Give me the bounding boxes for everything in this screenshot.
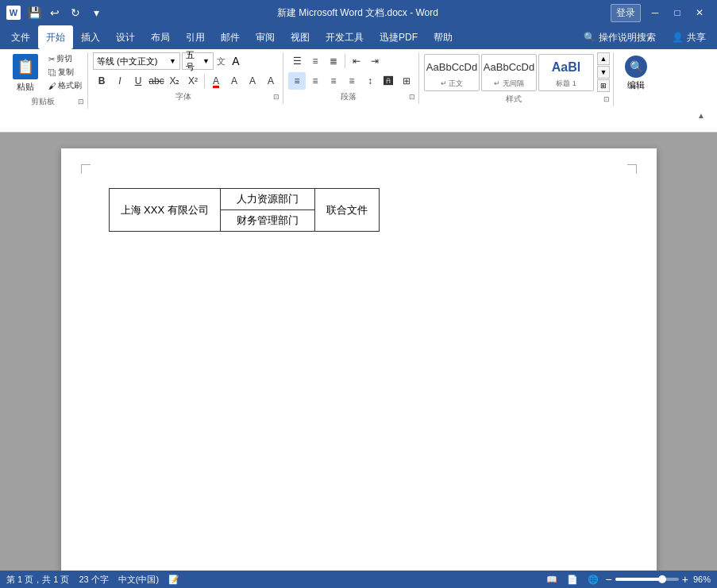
menu-view[interactable]: 视图 bbox=[283, 25, 318, 49]
bold-button[interactable]: B bbox=[93, 72, 110, 90]
close-button[interactable]: ✕ bbox=[688, 2, 711, 24]
editing-label: 编辑 bbox=[627, 79, 645, 91]
menu-search[interactable]: 🔍 操作说明搜索 bbox=[576, 25, 664, 49]
paste-button[interactable]: 📋 粘贴 bbox=[8, 52, 43, 94]
style-normal[interactable]: AaBbCcDd ↵ 正文 bbox=[424, 54, 480, 91]
menu-share[interactable]: 👤 共享 bbox=[664, 25, 714, 49]
menu-mail[interactable]: 邮件 bbox=[213, 25, 248, 49]
table-cell-finance[interactable]: 财务管理部门 bbox=[220, 210, 314, 232]
borders-button[interactable]: ⊞ bbox=[398, 72, 415, 90]
login-button[interactable]: 登录 bbox=[611, 4, 641, 22]
paragraph-expand-icon[interactable]: ⊡ bbox=[409, 93, 415, 101]
font-color-button[interactable]: A bbox=[244, 72, 261, 90]
menu-help[interactable]: 帮助 bbox=[426, 25, 461, 49]
menu-review[interactable]: 审阅 bbox=[248, 25, 283, 49]
underline-button[interactable]: U bbox=[129, 72, 147, 90]
styles-scroll-down[interactable]: ▼ bbox=[597, 66, 610, 79]
highlight-button[interactable]: A bbox=[226, 72, 243, 90]
font-grow-button[interactable]: A bbox=[227, 52, 245, 70]
text-color-icon: A bbox=[213, 75, 219, 86]
justify-button[interactable]: ≡ bbox=[343, 72, 360, 90]
text-color-button[interactable]: A bbox=[207, 72, 225, 90]
customize-button[interactable]: ▾ bbox=[87, 4, 105, 21]
page-info: 第 1 页，共 1 页 bbox=[6, 574, 69, 586]
zoom-fill bbox=[615, 578, 660, 581]
undo-button[interactable]: ↩ bbox=[46, 4, 64, 21]
align-right-button[interactable]: ≡ bbox=[325, 72, 342, 90]
ribbon-collapse-button[interactable]: ▲ bbox=[693, 110, 709, 121]
menu-references[interactable]: 引用 bbox=[178, 25, 213, 49]
para-row2: ≡ ≡ ≡ ≡ ↕ 🅰 ⊞ bbox=[288, 72, 415, 90]
style-no-spacing[interactable]: AaBbCcDd ↵ 无间隔 bbox=[481, 54, 537, 91]
table-cell-hr[interactable]: 人力资源部门 bbox=[220, 189, 314, 210]
increase-indent-button[interactable]: ⇥ bbox=[366, 52, 384, 70]
clipboard-group-content: 📋 粘贴 ✂ 剪切 ⿻ 复制 🖌 格式刷 bbox=[8, 52, 84, 94]
maximize-button[interactable]: □ bbox=[666, 2, 688, 24]
corner-marker-tr bbox=[627, 164, 637, 174]
format-painter-button[interactable]: 🖌 格式刷 bbox=[46, 79, 84, 92]
read-view-button[interactable]: 📖 bbox=[544, 574, 560, 586]
zoom-thumb[interactable] bbox=[658, 575, 666, 583]
align-center-button[interactable]: ≡ bbox=[306, 72, 324, 90]
save-button[interactable]: 💾 bbox=[25, 4, 43, 21]
font-size-selector[interactable]: 五号 ▼ bbox=[182, 52, 214, 70]
search-button[interactable]: 🔍 编辑 bbox=[619, 52, 653, 94]
styles-more[interactable]: ⊞ bbox=[597, 79, 610, 92]
font-group-bottom: 字体 ⊡ bbox=[93, 90, 279, 104]
zoom-in-button[interactable]: + bbox=[682, 573, 688, 586]
strikethrough-button[interactable]: abc bbox=[148, 72, 165, 90]
copy-icon: ⿻ bbox=[48, 68, 56, 77]
menu-layout[interactable]: 布局 bbox=[143, 25, 178, 49]
paste-icon: 📋 bbox=[13, 54, 38, 79]
language-info: 中文(中国) bbox=[118, 574, 159, 586]
font-format-row: B I U abc X₂ X² A A A A bbox=[93, 72, 279, 90]
decrease-indent-button[interactable]: ⇤ bbox=[348, 52, 365, 70]
spell-check-icon[interactable]: 📝 bbox=[168, 575, 179, 585]
menu-insert[interactable]: 插入 bbox=[73, 25, 108, 49]
zoom-level: 96% bbox=[693, 575, 711, 584]
char-spacing-button[interactable]: A bbox=[262, 72, 279, 90]
document-table[interactable]: 上海 XXX 有限公司 人力资源部门 联合文件 财务管理部门 bbox=[109, 188, 380, 232]
print-view-button[interactable]: 📄 bbox=[565, 574, 580, 586]
clipboard-expand-icon[interactable]: ⊡ bbox=[78, 98, 84, 106]
align-left-button[interactable]: ≡ bbox=[288, 72, 306, 90]
shading-button[interactable]: 🅰 bbox=[380, 72, 397, 90]
table-cell-company[interactable]: 上海 XXX 有限公司 bbox=[109, 189, 220, 232]
italic-button[interactable]: I bbox=[111, 72, 129, 90]
font-name-selector[interactable]: 等线 (中文正文) ▼ bbox=[93, 52, 180, 70]
menu-design[interactable]: 设计 bbox=[108, 25, 143, 49]
document-area[interactable]: 上海 XXX 有限公司 人力资源部门 联合文件 财务管理部门 bbox=[0, 133, 717, 571]
zoom-slider[interactable]: − + bbox=[606, 573, 688, 586]
redo-button[interactable]: ↻ bbox=[67, 4, 84, 21]
unordered-list-button[interactable]: ☰ bbox=[288, 52, 306, 70]
font-expand-icon[interactable]: ⊡ bbox=[273, 93, 279, 101]
ribbon: 📋 粘贴 ✂ 剪切 ⿻ 复制 🖌 格式刷 bbox=[0, 49, 717, 133]
menu-file[interactable]: 文件 bbox=[3, 25, 38, 49]
menu-home[interactable]: 开始 bbox=[38, 25, 73, 49]
styles-scroll-up[interactable]: ▲ bbox=[597, 52, 610, 65]
title-bar-right: 登录 ─ □ ✕ bbox=[611, 2, 711, 24]
web-view-button[interactable]: 🌐 bbox=[585, 574, 601, 586]
menu-xunjie[interactable]: 迅捷PDF bbox=[372, 25, 426, 49]
styles-area: AaBbCcDd ↵ 正文 AaBbCcDd ↵ 无间隔 AaBl 标题 1 ▲… bbox=[424, 52, 610, 92]
table-cell-joint[interactable]: 联合文件 bbox=[314, 189, 379, 232]
zoom-track[interactable] bbox=[615, 578, 679, 581]
minimize-button[interactable]: ─ bbox=[644, 2, 666, 24]
cut-button[interactable]: ✂ 剪切 bbox=[46, 52, 84, 65]
window-title: 新建 Microsoft Word 文档.docx - Word bbox=[105, 6, 611, 20]
status-bar: 第 1 页，共 1 页 23 个字 中文(中国) 📝 📖 📄 🌐 − + 96% bbox=[0, 571, 717, 588]
styles-expand-icon[interactable]: ⊡ bbox=[603, 95, 610, 103]
style-heading1[interactable]: AaBl 标题 1 bbox=[538, 54, 594, 91]
share-icon: 👤 bbox=[672, 32, 684, 43]
superscript-button[interactable]: X² bbox=[184, 72, 202, 90]
subscript-button[interactable]: X₂ bbox=[166, 72, 183, 90]
zoom-out-button[interactable]: − bbox=[606, 573, 612, 586]
styles-scroll: ▲ ▼ ⊞ bbox=[597, 52, 610, 92]
line-spacing-button[interactable]: ↕ bbox=[361, 72, 379, 90]
menu-developer[interactable]: 开发工具 bbox=[318, 25, 372, 49]
ordered-list-button[interactable]: ≡ bbox=[306, 52, 324, 70]
document-page[interactable]: 上海 XXX 有限公司 人力资源部门 联合文件 财务管理部门 bbox=[61, 148, 657, 571]
copy-button[interactable]: ⿻ 复制 bbox=[46, 66, 84, 79]
title-bar-left: W 💾 ↩ ↻ ▾ bbox=[6, 4, 105, 21]
multilevel-list-button[interactable]: ≣ bbox=[325, 52, 342, 70]
